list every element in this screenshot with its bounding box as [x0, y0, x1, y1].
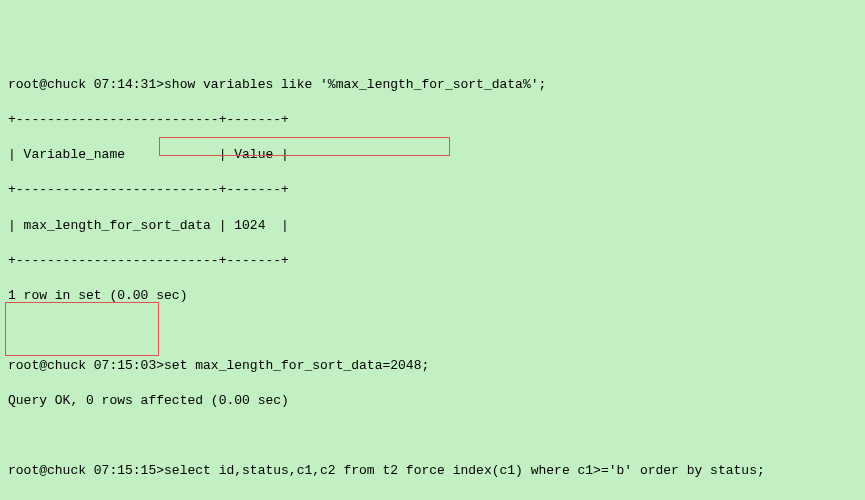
prompt: root@chuck 07:15:15>: [8, 463, 164, 478]
terminal-line: root@chuck 07:15:15>select id,status,c1,…: [8, 462, 857, 480]
terminal-line: root@chuck 07:15:03>set max_length_for_s…: [8, 357, 857, 375]
blank-line: [8, 322, 857, 340]
prompt: root@chuck 07:15:03>: [8, 358, 164, 373]
table-header: | Variable_name | Value |: [8, 146, 857, 164]
table-border: +--------------------------+-------+: [8, 111, 857, 129]
terminal-line: root@chuck 07:14:31>show variables like …: [8, 76, 857, 94]
blank-line: [8, 427, 857, 445]
table-row: | max_length_for_sort_data | 1024 |: [8, 217, 857, 235]
result-summary: Query OK, 0 rows affected (0.00 sec): [8, 392, 857, 410]
prompt: root@chuck 07:14:31>: [8, 77, 164, 92]
command: select id,status,c1,c2 from t2 force ind…: [164, 463, 765, 478]
result-summary: 1 row in set (0.00 sec): [8, 287, 857, 305]
table-border: +--------------------------+-------+: [8, 252, 857, 270]
command: show variables like '%max_length_for_sor…: [164, 77, 546, 92]
command: set max_length_for_sort_data=2048;: [164, 358, 429, 373]
table-border: +--------------------------+-------+: [8, 181, 857, 199]
